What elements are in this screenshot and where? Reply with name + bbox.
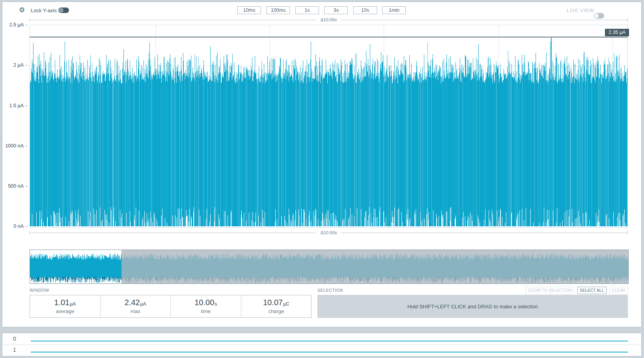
window-section-label: WINDOW [30,288,49,293]
lock-y-axis-label: Lock Y-axis [31,7,57,13]
toggle-knob [59,8,63,13]
minimap-canvas[interactable] [30,250,628,283]
live-view-label: LIVE VIEW [567,7,594,13]
delta-label-bottom: Δ10.00s [316,230,341,235]
y-tick-mark [25,25,28,25]
y-tick-500nA: 500 nA [1,183,24,189]
digital-channel-1-trace[interactable] [31,352,628,352]
y-tick-mark [25,65,28,65]
stat-max-label: max [101,308,171,314]
time-button-10ms[interactable]: 10ms [237,6,261,14]
lock-y-axis-toggle[interactable] [58,7,69,13]
time-span-indicator-top: Δ10.00s [30,17,628,22]
delta-line [30,20,316,20]
stat-time: 10.00s time [171,295,241,317]
select-all-button[interactable]: SELECT ALL [577,287,607,294]
stat-charge-value: 10.07 [263,298,283,307]
y-tick-mark [25,146,28,146]
stat-max-value: 2.42 [125,298,140,307]
digital-channel-0-label: 0 [9,336,20,342]
selection-hint-panel: Hold SHIFT+LEFT CLICK and DRAG to make a… [317,295,628,318]
y-tick-mark [25,226,28,227]
selection-buttons: ZOOM TO SELECTION SELECT ALL CLEAR [317,286,628,294]
max-marker-line [30,37,628,37]
time-button-3s[interactable]: 3s [324,6,348,14]
delta-end-tick [627,231,628,235]
current-chart-area[interactable] [30,25,628,228]
stat-time-unit: s [215,301,217,307]
y-tick-2p5uA: 2.5 µA [1,22,24,28]
digital-row-separator [2,345,641,345]
digital-channel-0-trace[interactable] [31,341,628,341]
delta-label-top: Δ10.00s [316,17,341,22]
time-range-buttons: 10ms 100ms 1s 3s 10s 1min [237,6,409,14]
window-stats-box: 1.01µA average 2.42µA max 10.00s time 10… [30,295,312,318]
y-tick-1p5uA: 1.5 µA [1,103,24,108]
time-span-indicator-bottom: Δ10.00s [30,230,628,235]
time-button-1min[interactable]: 1min [382,6,406,14]
stat-charge-unit: µC [283,301,289,307]
delta-line [341,20,627,20]
digital-channel-1-label: 1 [9,347,20,353]
y-tick-2uA: 2 µA [1,62,24,68]
minimap-overview[interactable] [30,250,629,284]
selection-hint-text: Hold SHIFT+LEFT CLICK and DRAG to make a… [407,304,538,310]
stat-time-label: time [171,308,241,314]
y-tick-1000nA: 1000 nA [1,143,24,149]
current-trace-canvas[interactable] [30,25,627,227]
time-button-100ms[interactable]: 100ms [266,6,290,14]
stat-charge: 10.07µC charge [241,295,312,317]
y-tick-mark [25,106,28,106]
stat-average-label: average [30,308,100,314]
delta-line [341,233,627,233]
settings-gear-icon[interactable]: ⚙ [19,7,25,13]
delta-line [30,233,316,233]
y-tick-mark [25,186,28,186]
zoom-to-selection-button[interactable]: ZOOM TO SELECTION [526,287,574,294]
stat-max-unit: µA [140,301,146,307]
stat-average-value: 1.01 [54,298,69,307]
stat-time-value: 10.00 [194,298,214,307]
stat-average: 1.01µA average [30,295,101,317]
delta-end-tick [627,18,628,22]
stat-max: 2.42µA max [101,295,171,317]
time-button-1s[interactable]: 1s [295,6,319,14]
time-button-10s[interactable]: 10s [353,6,377,14]
y-tick-0nA: 0 nA [1,224,24,229]
clear-selection-button[interactable]: CLEAR [609,287,628,294]
max-marker-label: 2.35 µA [605,29,629,36]
stat-average-unit: µA [70,301,76,307]
stat-charge-label: charge [241,308,312,314]
